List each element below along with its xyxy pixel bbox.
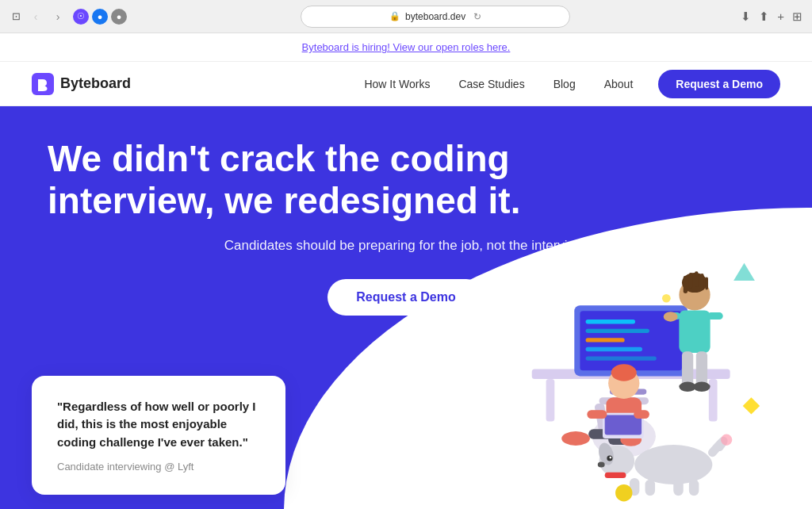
svg-rect-50 — [645, 480, 655, 496]
nav-links: How It Works Case Studies Blog About — [364, 78, 633, 90]
testimonial-quote: "Regardless of how well or poorly I did,… — [57, 398, 260, 452]
back-button[interactable]: ‹ — [27, 8, 44, 25]
illustration-svg — [308, 228, 812, 509]
navbar: Byteboard How It Works Case Studies Blog… — [0, 62, 812, 106]
reload-icon[interactable]: ↻ — [473, 11, 481, 22]
nav-about[interactable]: About — [604, 78, 634, 90]
svg-rect-9 — [586, 338, 625, 342]
page-content: Byteboard is hiring! View our open roles… — [0, 33, 812, 509]
svg-point-57 — [662, 294, 671, 303]
nav-request-demo-button[interactable]: Request a Demo — [658, 70, 780, 98]
share-icon[interactable]: ⬆ — [759, 10, 769, 24]
svg-point-53 — [615, 484, 632, 501]
svg-rect-40 — [587, 410, 607, 419]
svg-rect-17 — [700, 274, 703, 289]
svg-marker-55 — [743, 397, 760, 414]
svg-marker-54 — [733, 263, 755, 281]
forward-button[interactable]: › — [49, 8, 67, 25]
hero-illustration — [308, 228, 812, 509]
nav-case-studies[interactable]: Case Studies — [458, 78, 524, 90]
svg-rect-23 — [682, 351, 693, 387]
svg-point-22 — [664, 312, 678, 321]
svg-point-46 — [610, 457, 612, 459]
nav-blog[interactable]: Blog — [553, 78, 576, 90]
svg-rect-11 — [586, 356, 657, 360]
svg-rect-41 — [634, 410, 649, 419]
url-text: byteboard.dev — [405, 11, 465, 22]
sidebar-toggle-icon[interactable]: ⊡ — [10, 10, 22, 23]
lock-icon: 🔒 — [389, 11, 400, 21]
svg-rect-51 — [673, 478, 683, 496]
svg-point-42 — [634, 445, 712, 484]
svg-point-36 — [561, 431, 590, 446]
hero-section: We didn't crack the coding interview, we… — [0, 106, 812, 509]
logo-icon — [32, 73, 54, 95]
svg-rect-24 — [696, 351, 707, 387]
browser-actions: ⬇ ⬆ + ⊞ — [741, 10, 802, 24]
svg-rect-18 — [706, 277, 709, 289]
hero-title: We didn't crack the coding interview, we… — [48, 138, 603, 222]
svg-rect-8 — [586, 329, 649, 333]
svg-rect-16 — [695, 271, 698, 287]
nav-how-it-works[interactable]: How It Works — [364, 78, 430, 90]
logo[interactable]: Byteboard — [32, 73, 131, 95]
svg-rect-10 — [586, 347, 642, 351]
extension-shield-gray[interactable]: ● — [111, 9, 127, 25]
browser-tabs: ⊡ ‹ › — [10, 8, 67, 25]
announcement-banner: Byteboard is hiring! View our open roles… — [0, 33, 812, 62]
logo-text: Byteboard — [60, 75, 131, 92]
grid-icon[interactable]: ⊞ — [792, 10, 802, 24]
testimonial-card: "Regardless of how well or poorly I did,… — [32, 376, 285, 496]
address-bar[interactable]: 🔒 byteboard.dev ↻ — [301, 6, 570, 28]
browser-chrome: ⊡ ‹ › ☉ ● ● 🔒 byteboard.dev ↻ ⬇ ⬆ + ⊞ — [0, 0, 812, 33]
svg-point-47 — [598, 461, 605, 467]
svg-point-26 — [693, 382, 710, 392]
svg-point-56 — [721, 434, 732, 446]
address-bar-wrap: 🔒 byteboard.dev ↻ — [136, 6, 734, 28]
svg-rect-19 — [680, 310, 710, 353]
svg-rect-1 — [546, 379, 555, 422]
svg-rect-14 — [684, 276, 688, 293]
extension-shield-blue[interactable]: ● — [92, 9, 108, 25]
svg-rect-21 — [707, 312, 723, 320]
svg-rect-52 — [689, 480, 699, 496]
download-icon[interactable]: ⬇ — [741, 10, 751, 24]
extension-shield-purple[interactable]: ☉ — [73, 9, 89, 25]
add-tab-icon[interactable]: + — [777, 10, 784, 23]
announcement-link[interactable]: Byteboard is hiring! View our open roles… — [302, 41, 511, 53]
svg-rect-48 — [605, 473, 626, 478]
svg-rect-2 — [709, 379, 718, 422]
extension-icons: ☉ ● ● — [73, 9, 127, 25]
testimonial-attribution: Candidate interviewing @ Lyft — [57, 461, 260, 473]
svg-rect-15 — [689, 273, 692, 289]
svg-rect-7 — [586, 320, 635, 323]
svg-point-33 — [611, 364, 637, 381]
